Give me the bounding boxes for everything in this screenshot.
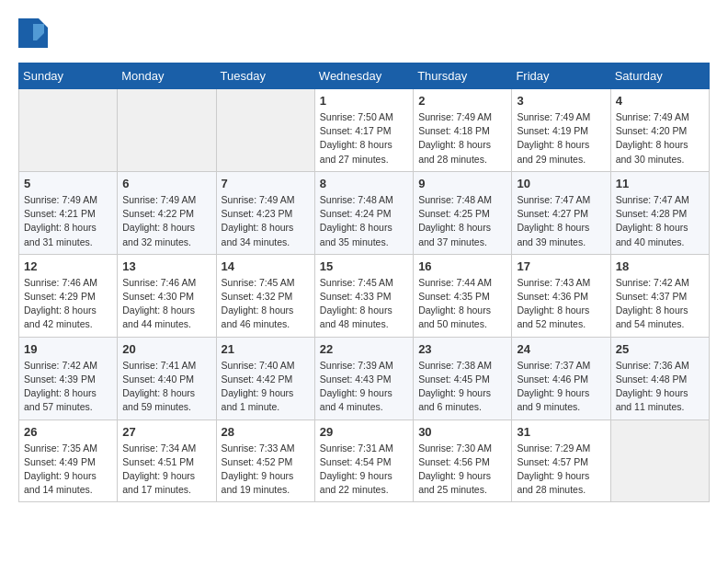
calendar-cell: 10Sunrise: 7:47 AM Sunset: 4:27 PM Dayli… <box>512 171 610 254</box>
calendar-cell: 27Sunrise: 7:34 AM Sunset: 4:51 PM Dayli… <box>118 419 216 502</box>
cell-info: Sunrise: 7:43 AM Sunset: 4:36 PM Dayligh… <box>517 276 605 332</box>
day-number: 21 <box>222 342 310 356</box>
calendar-week-1: 1Sunrise: 7:50 AM Sunset: 4:17 PM Daylig… <box>19 89 710 172</box>
calendar-cell: 16Sunrise: 7:44 AM Sunset: 4:35 PM Dayli… <box>414 254 512 337</box>
cell-info: Sunrise: 7:38 AM Sunset: 4:45 PM Dayligh… <box>418 359 506 415</box>
day-number: 12 <box>24 259 112 273</box>
weekday-header-friday: Friday <box>512 63 610 89</box>
cell-info: Sunrise: 7:39 AM Sunset: 4:43 PM Dayligh… <box>320 359 408 415</box>
calendar-cell: 19Sunrise: 7:42 AM Sunset: 4:39 PM Dayli… <box>19 337 118 419</box>
calendar-cell: 8Sunrise: 7:48 AM Sunset: 4:24 PM Daylig… <box>314 171 413 254</box>
calendar-cell: 31Sunrise: 7:29 AM Sunset: 4:57 PM Dayli… <box>512 419 610 502</box>
calendar-cell: 6Sunrise: 7:49 AM Sunset: 4:22 PM Daylig… <box>118 171 216 254</box>
cell-info: Sunrise: 7:35 AM Sunset: 4:49 PM Dayligh… <box>24 442 112 498</box>
calendar-cell: 29Sunrise: 7:31 AM Sunset: 4:54 PM Dayli… <box>314 419 413 502</box>
calendar-cell: 1Sunrise: 7:50 AM Sunset: 4:17 PM Daylig… <box>314 89 413 172</box>
day-number: 19 <box>24 342 112 356</box>
day-number: 24 <box>517 342 605 356</box>
calendar-cell: 25Sunrise: 7:36 AM Sunset: 4:48 PM Dayli… <box>610 337 709 419</box>
calendar-cell: 17Sunrise: 7:43 AM Sunset: 4:36 PM Dayli… <box>512 254 610 337</box>
cell-info: Sunrise: 7:31 AM Sunset: 4:54 PM Dayligh… <box>320 442 408 498</box>
calendar-cell: 24Sunrise: 7:37 AM Sunset: 4:46 PM Dayli… <box>512 337 610 419</box>
cell-info: Sunrise: 7:49 AM Sunset: 4:20 PM Dayligh… <box>616 110 704 167</box>
cell-info: Sunrise: 7:33 AM Sunset: 4:52 PM Dayligh… <box>222 442 310 498</box>
day-number: 20 <box>122 342 210 356</box>
calendar-cell: 12Sunrise: 7:46 AM Sunset: 4:29 PM Dayli… <box>19 254 118 337</box>
day-number: 16 <box>418 259 506 273</box>
cell-info: Sunrise: 7:41 AM Sunset: 4:40 PM Dayligh… <box>122 359 210 415</box>
logo-icon <box>18 18 48 48</box>
day-number: 15 <box>320 259 408 273</box>
day-number: 18 <box>616 259 704 273</box>
calendar-cell: 13Sunrise: 7:46 AM Sunset: 4:30 PM Dayli… <box>118 254 216 337</box>
day-number: 10 <box>517 177 605 190</box>
cell-info: Sunrise: 7:30 AM Sunset: 4:56 PM Dayligh… <box>418 442 506 498</box>
calendar-week-3: 12Sunrise: 7:46 AM Sunset: 4:29 PM Dayli… <box>19 254 710 337</box>
day-number: 27 <box>122 425 210 439</box>
cell-info: Sunrise: 7:36 AM Sunset: 4:48 PM Dayligh… <box>616 359 704 415</box>
calendar-cell <box>118 89 216 172</box>
day-number: 8 <box>320 177 408 190</box>
calendar-week-2: 5Sunrise: 7:49 AM Sunset: 4:21 PM Daylig… <box>19 171 710 254</box>
day-number: 1 <box>320 94 408 108</box>
cell-info: Sunrise: 7:37 AM Sunset: 4:46 PM Dayligh… <box>517 359 605 415</box>
day-number: 7 <box>222 177 310 190</box>
calendar-cell: 28Sunrise: 7:33 AM Sunset: 4:52 PM Dayli… <box>216 419 314 502</box>
cell-info: Sunrise: 7:49 AM Sunset: 4:19 PM Dayligh… <box>517 110 605 167</box>
weekday-header-sunday: Sunday <box>19 63 118 89</box>
calendar-table: SundayMondayTuesdayWednesdayThursdayFrid… <box>18 63 710 502</box>
cell-info: Sunrise: 7:45 AM Sunset: 4:33 PM Dayligh… <box>320 276 408 332</box>
weekday-header-saturday: Saturday <box>610 63 709 89</box>
cell-info: Sunrise: 7:49 AM Sunset: 4:21 PM Dayligh… <box>24 193 112 249</box>
calendar-cell <box>216 89 314 172</box>
day-number: 25 <box>616 342 704 356</box>
day-number: 30 <box>418 425 506 439</box>
cell-info: Sunrise: 7:46 AM Sunset: 4:29 PM Dayligh… <box>24 276 112 332</box>
cell-info: Sunrise: 7:34 AM Sunset: 4:51 PM Dayligh… <box>122 442 210 498</box>
day-number: 5 <box>24 177 112 190</box>
day-number: 9 <box>418 177 506 190</box>
calendar-body: 1Sunrise: 7:50 AM Sunset: 4:17 PM Daylig… <box>19 89 710 502</box>
day-number: 6 <box>122 177 210 190</box>
weekday-header-wednesday: Wednesday <box>314 63 413 89</box>
day-number: 14 <box>222 259 310 273</box>
calendar-cell: 15Sunrise: 7:45 AM Sunset: 4:33 PM Dayli… <box>314 254 413 337</box>
cell-info: Sunrise: 7:42 AM Sunset: 4:39 PM Dayligh… <box>24 359 112 415</box>
day-number: 29 <box>320 425 408 439</box>
calendar-cell: 3Sunrise: 7:49 AM Sunset: 4:19 PM Daylig… <box>512 89 610 172</box>
calendar-cell: 23Sunrise: 7:38 AM Sunset: 4:45 PM Dayli… <box>414 337 512 419</box>
day-number: 22 <box>320 342 408 356</box>
cell-info: Sunrise: 7:47 AM Sunset: 4:28 PM Dayligh… <box>616 193 704 249</box>
calendar-cell: 20Sunrise: 7:41 AM Sunset: 4:40 PM Dayli… <box>118 337 216 419</box>
day-number: 11 <box>616 177 704 190</box>
calendar-cell: 4Sunrise: 7:49 AM Sunset: 4:20 PM Daylig… <box>610 89 709 172</box>
cell-info: Sunrise: 7:46 AM Sunset: 4:30 PM Dayligh… <box>122 276 210 332</box>
day-number: 28 <box>222 425 310 439</box>
cell-info: Sunrise: 7:44 AM Sunset: 4:35 PM Dayligh… <box>418 276 506 332</box>
day-number: 31 <box>517 425 605 439</box>
weekday-header-tuesday: Tuesday <box>216 63 314 89</box>
cell-info: Sunrise: 7:47 AM Sunset: 4:27 PM Dayligh… <box>517 193 605 249</box>
calendar-cell: 26Sunrise: 7:35 AM Sunset: 4:49 PM Dayli… <box>19 419 118 502</box>
day-number: 2 <box>418 94 506 108</box>
day-number: 4 <box>616 94 704 108</box>
cell-info: Sunrise: 7:40 AM Sunset: 4:42 PM Dayligh… <box>222 359 310 415</box>
day-number: 23 <box>418 342 506 356</box>
calendar-header-row: SundayMondayTuesdayWednesdayThursdayFrid… <box>19 63 710 89</box>
calendar-cell: 14Sunrise: 7:45 AM Sunset: 4:32 PM Dayli… <box>216 254 314 337</box>
day-number: 3 <box>517 94 605 108</box>
day-number: 13 <box>122 259 210 273</box>
cell-info: Sunrise: 7:49 AM Sunset: 4:23 PM Dayligh… <box>222 193 310 249</box>
calendar-cell: 18Sunrise: 7:42 AM Sunset: 4:37 PM Dayli… <box>610 254 709 337</box>
cell-info: Sunrise: 7:49 AM Sunset: 4:18 PM Dayligh… <box>418 110 506 167</box>
weekday-header-thursday: Thursday <box>414 63 512 89</box>
calendar-cell: 30Sunrise: 7:30 AM Sunset: 4:56 PM Dayli… <box>414 419 512 502</box>
calendar-cell <box>19 89 118 172</box>
calendar-cell: 9Sunrise: 7:48 AM Sunset: 4:25 PM Daylig… <box>414 171 512 254</box>
calendar-cell: 2Sunrise: 7:49 AM Sunset: 4:18 PM Daylig… <box>414 89 512 172</box>
calendar-cell: 21Sunrise: 7:40 AM Sunset: 4:42 PM Dayli… <box>216 337 314 419</box>
page-header <box>18 18 710 48</box>
cell-info: Sunrise: 7:50 AM Sunset: 4:17 PM Dayligh… <box>320 110 408 167</box>
calendar-cell: 22Sunrise: 7:39 AM Sunset: 4:43 PM Dayli… <box>314 337 413 419</box>
cell-info: Sunrise: 7:48 AM Sunset: 4:24 PM Dayligh… <box>320 193 408 249</box>
